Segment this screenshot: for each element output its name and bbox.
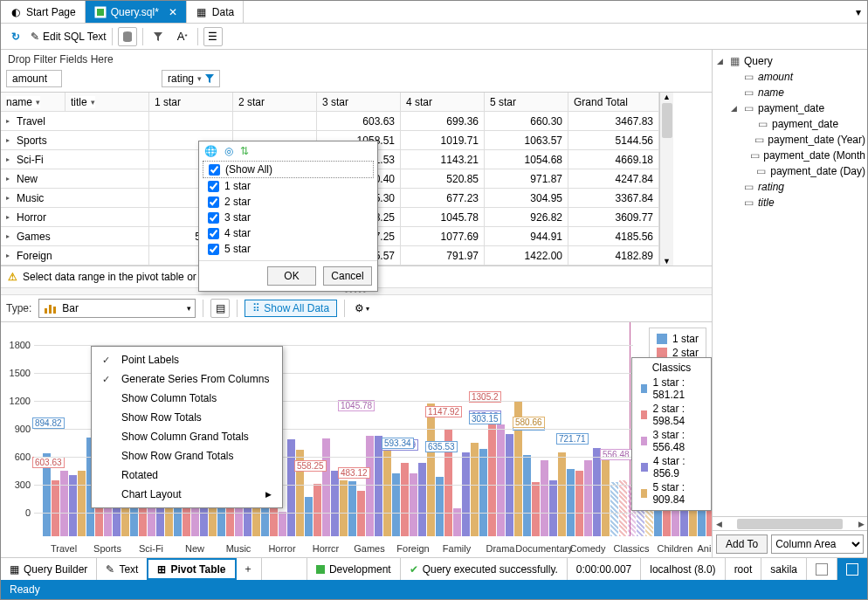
- filter-checkbox[interactable]: [208, 228, 219, 239]
- series-editor-button[interactable]: ▤: [210, 299, 230, 318]
- filter-option[interactable]: 1 star: [203, 178, 374, 194]
- chart-options-button[interactable]: ⚙▾: [352, 299, 371, 318]
- filter-ok-button[interactable]: OK: [267, 266, 316, 286]
- ctx-item[interactable]: Show Row Grand Totals: [92, 446, 282, 466]
- add-to-button[interactable]: Add To: [716, 534, 768, 554]
- pivot-row-label[interactable]: ▸Sports: [1, 131, 149, 150]
- col-header[interactable]: 4 star: [401, 93, 485, 112]
- chart-type-select[interactable]: Bar ▾: [38, 299, 196, 318]
- ctx-item[interactable]: Chart Layout▶: [92, 485, 282, 504]
- col-header[interactable]: 5 star: [485, 93, 568, 112]
- pivot-cell[interactable]: 926.82: [485, 208, 568, 227]
- pivot-cell[interactable]: [233, 112, 317, 131]
- edit-sql-button[interactable]: ✎ Edit SQL Text: [31, 31, 107, 43]
- filter-option[interactable]: 5 star: [203, 241, 374, 257]
- bar-group[interactable]: [301, 438, 350, 536]
- col-header[interactable]: 3 star: [317, 93, 401, 112]
- pivot-row-label[interactable]: ▸New: [1, 169, 149, 189]
- row-field-title[interactable]: title▾: [71, 96, 95, 108]
- filter-checkbox[interactable]: [208, 244, 219, 255]
- filter-option[interactable]: 3 star: [203, 210, 374, 225]
- pivot-cell[interactable]: 4669.18: [568, 150, 659, 169]
- tabs-menu-button[interactable]: ▾: [850, 1, 867, 23]
- pivot-cell[interactable]: 3367.84: [568, 189, 659, 208]
- filter-button[interactable]: [148, 27, 168, 46]
- col-header[interactable]: 1 star: [149, 93, 233, 112]
- ctx-item[interactable]: ✓Generate Series From Columns: [92, 369, 282, 389]
- filter-option[interactable]: (Show All): [203, 161, 374, 178]
- format-button[interactable]: A*: [173, 27, 192, 46]
- filter-checkbox[interactable]: [208, 181, 219, 192]
- db-button[interactable]: [118, 27, 137, 46]
- area-select[interactable]: Column Area: [771, 534, 864, 554]
- pivot-cell[interactable]: 1143.21: [401, 150, 485, 169]
- show-all-data-button[interactable]: ⠿ Show All Data: [245, 300, 337, 317]
- pivot-cell[interactable]: 699.36: [401, 112, 485, 131]
- tab-query-sql[interactable]: Query.sql* ✕: [86, 1, 187, 23]
- pivot-cell[interactable]: 1019.71: [401, 131, 485, 150]
- pivot-cell[interactable]: 603.63: [317, 112, 401, 131]
- sort-icon[interactable]: ⇅: [240, 145, 249, 157]
- pivot-cell[interactable]: 1063.57: [485, 131, 568, 150]
- close-icon[interactable]: ✕: [169, 6, 177, 18]
- pivot-cell[interactable]: 3609.77: [568, 208, 659, 227]
- globe-add-icon[interactable]: 🌐: [204, 145, 217, 157]
- col-header[interactable]: 2 star: [233, 93, 317, 112]
- pivot-cell[interactable]: 5144.56: [568, 131, 659, 150]
- target-icon[interactable]: ◎: [224, 145, 233, 157]
- pivot-row-label[interactable]: ▸Sci-Fi: [1, 150, 149, 169]
- bar-group[interactable]: [520, 452, 568, 536]
- pivot-cell[interactable]: 1077.69: [401, 227, 485, 246]
- pivot-row-label[interactable]: ▸Travel: [1, 112, 149, 131]
- pivot-cell[interactable]: 971.87: [485, 169, 568, 189]
- layout-button-2[interactable]: [837, 558, 867, 580]
- pivot-cell[interactable]: 3467.83: [568, 112, 659, 131]
- btab-query-builder[interactable]: ▦Query Builder: [1, 558, 97, 580]
- pivot-cell[interactable]: 791.97: [401, 246, 485, 266]
- vertical-scrollbar[interactable]: ▲ ▼: [659, 93, 673, 266]
- pivot-cell[interactable]: 4182.89: [568, 246, 659, 266]
- bar-group[interactable]: [345, 436, 394, 536]
- add-view-button[interactable]: ＋: [236, 558, 262, 580]
- list-button[interactable]: ☰: [203, 27, 223, 46]
- pivot-cell[interactable]: 660.30: [485, 112, 568, 131]
- tab-start-page[interactable]: ◐ Start Page: [1, 1, 86, 23]
- pivot-cell[interactable]: [149, 112, 233, 131]
- pivot-cell[interactable]: 1045.78: [401, 208, 485, 227]
- ctx-item[interactable]: Show Column Grand Totals: [92, 427, 282, 446]
- tree-hscroll[interactable]: ◀▶: [713, 516, 867, 530]
- filter-cancel-button[interactable]: Cancel: [323, 266, 372, 286]
- pivot-row-label[interactable]: ▸Horror: [1, 208, 149, 227]
- pivot-cell[interactable]: 4185.56: [568, 227, 659, 246]
- filter-checkbox[interactable]: [208, 212, 219, 224]
- btab-text[interactable]: ✎Text: [97, 558, 148, 580]
- ctx-item[interactable]: Show Column Totals: [92, 389, 282, 408]
- ctx-item[interactable]: ✓Point Labels: [92, 350, 282, 369]
- pivot-row-label[interactable]: ▸Games: [1, 227, 149, 246]
- pivot-cell[interactable]: 1422.00: [485, 246, 568, 266]
- refresh-button[interactable]: ↻: [6, 27, 25, 46]
- pivot-cell[interactable]: 304.95: [485, 189, 568, 208]
- filter-option[interactable]: 2 star: [203, 194, 374, 210]
- btab-pivot-table[interactable]: ⊞Pivot Table: [147, 558, 236, 580]
- ctx-item[interactable]: Rotated: [92, 466, 282, 485]
- row-field-name[interactable]: name▾: [6, 96, 40, 108]
- col-field-rating[interactable]: rating▾: [162, 70, 220, 87]
- ctx-item[interactable]: Show Row Totals: [92, 408, 282, 427]
- field-tree[interactable]: ◢▦Query ▭amount ▭name ◢▭payment_date ▭pa…: [713, 50, 867, 516]
- layout-button-1[interactable]: [806, 558, 837, 580]
- pivot-cell[interactable]: 677.23: [401, 189, 485, 208]
- pivot-cell[interactable]: 1054.68: [485, 150, 568, 169]
- pivot-cell[interactable]: 944.91: [485, 227, 568, 246]
- bar-group[interactable]: [563, 448, 612, 536]
- pivot-row-label[interactable]: ▸Music: [1, 189, 149, 208]
- pivot-cell[interactable]: 520.85: [401, 169, 485, 189]
- pivot-row-label[interactable]: ▸Foreign: [1, 246, 149, 266]
- filter-option[interactable]: 4 star: [203, 225, 374, 241]
- grand-total-header[interactable]: Grand Total: [568, 93, 659, 112]
- filter-checkbox[interactable]: [208, 197, 219, 208]
- tab-data[interactable]: ▦ Data: [187, 1, 244, 23]
- data-field-amount[interactable]: amount: [6, 70, 62, 87]
- pivot-cell[interactable]: 4247.84: [568, 169, 659, 189]
- bar-group[interactable]: [389, 403, 437, 536]
